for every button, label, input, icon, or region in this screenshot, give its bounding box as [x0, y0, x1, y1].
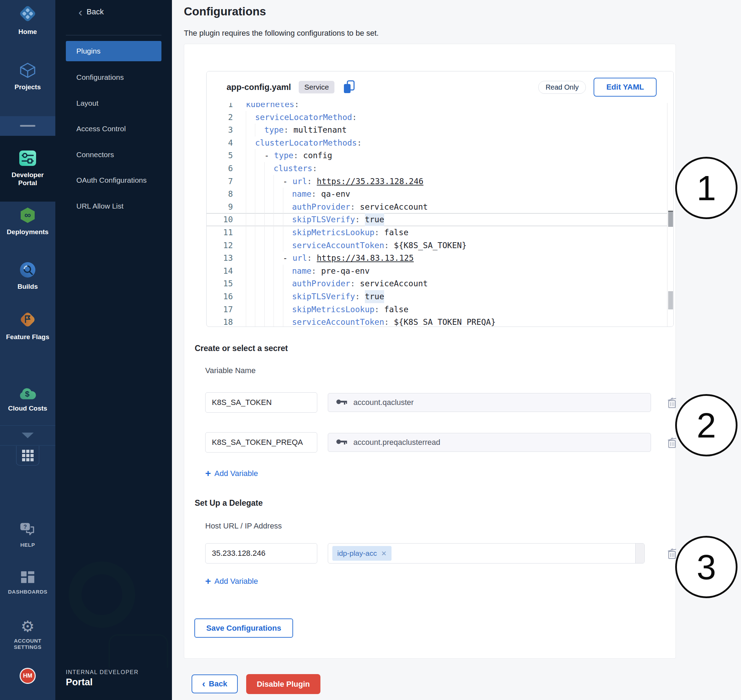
decorative-rect	[109, 634, 168, 668]
sidebar-item-label: Deployments	[6, 228, 50, 236]
line-number: 11	[206, 226, 233, 239]
add-variable-delegate-button[interactable]: + Add Variable	[205, 577, 258, 586]
sidebar-expand-row[interactable]	[0, 425, 55, 446]
sidebar-item-developer-portal[interactable]: Developer Portal	[0, 136, 55, 201]
flag-icon	[19, 311, 37, 330]
scrollbar-thumb-secondary[interactable]	[668, 291, 673, 309]
builds-icon	[20, 262, 36, 279]
sidebar-item-builds[interactable]: Builds	[0, 262, 55, 291]
line-number: 18	[206, 316, 233, 326]
chevron-down-icon	[22, 432, 34, 438]
tag-field-handle	[635, 544, 644, 563]
secret-row: account.qacluster	[205, 392, 676, 413]
sidebar-item-label: Builds	[6, 283, 50, 291]
line-number: 9	[206, 200, 233, 213]
code-line-8: 8name: qa-env	[206, 188, 667, 200]
code-line-13: 13- url: https://34.83.13.125	[206, 251, 667, 265]
nav-item-layout[interactable]: Layout	[77, 98, 99, 109]
nav-item-oauth-configurations[interactable]: OAuth Configurations	[77, 175, 147, 185]
secondary-nav: ‹ Back PluginsConfigurationsLayoutAccess…	[55, 0, 172, 700]
line-number: 7	[206, 175, 233, 188]
page-subtitle: The plugin requires the following config…	[184, 29, 379, 38]
plus-icon: +	[205, 469, 211, 478]
svg-text:?: ?	[24, 524, 27, 530]
sidebar-item-label: Projects	[6, 83, 50, 91]
yaml-card-header: app-config.yaml Service Read Only Edit Y…	[206, 71, 673, 103]
configurations-panel: app-config.yaml Service Read Only Edit Y…	[184, 44, 676, 659]
scrollbar-thumb[interactable]	[668, 211, 673, 227]
sidebar-item-projects[interactable]: Projects	[0, 62, 55, 91]
variable-name-input[interactable]	[205, 392, 317, 413]
add-variable-label: Add Variable	[214, 469, 258, 478]
annotation-circle-3: 3	[675, 536, 738, 598]
nav-item-connectors[interactable]: Connectors	[77, 150, 114, 160]
module-grid-button[interactable]	[16, 446, 39, 466]
yaml-code-viewer[interactable]: 1kubernetes:2serviceLocatorMethod:3type:…	[206, 103, 667, 326]
secrets-heading: Create or select a secret	[195, 344, 288, 353]
host-url-label: Host URL / IP Address	[205, 522, 282, 531]
save-configurations-button[interactable]: Save Configurations	[194, 618, 293, 638]
disable-plugin-button[interactable]: Disable Plugin	[246, 674, 320, 694]
nav-item-access-control[interactable]: Access Control	[77, 124, 126, 134]
secret-row: account.preqaclusterread	[205, 432, 676, 453]
remove-tag-icon[interactable]: ✕	[381, 550, 387, 557]
nav-item-plugins[interactable]: Plugins	[66, 41, 161, 61]
sidebar-item-label: Cloud Costs	[6, 404, 50, 413]
line-number: 1	[206, 103, 233, 111]
add-variable-secrets-button[interactable]: + Add Variable	[205, 469, 258, 478]
service-badge: Service	[299, 81, 334, 93]
sidebar-item-deployments[interactable]: ∞Deployments	[0, 207, 55, 236]
code-scrollbar	[667, 103, 673, 326]
sidebar-item-label: Feature Flags	[6, 333, 50, 341]
collapse-dash-icon[interactable]	[20, 125, 35, 127]
sliders-icon	[19, 150, 37, 168]
nav-footer-kicker: INTERNAL DEVELOPER	[66, 669, 138, 675]
sidebar-item-dashboards[interactable]: DASHBOARDS	[0, 571, 55, 595]
edit-yaml-button[interactable]: Edit YAML	[594, 78, 657, 97]
delete-variable-button[interactable]	[667, 397, 678, 410]
delete-variable-button[interactable]	[667, 437, 678, 450]
code-line-2: 2serviceLocatorMethod:	[206, 111, 667, 124]
code-line-12: 12serviceAccountToken: ${K8S_SA_TOKEN}	[206, 239, 667, 252]
annotation-circle-2: 2	[675, 394, 738, 456]
line-number: 12	[206, 239, 233, 252]
nav-divider	[66, 35, 161, 35]
sidebar-item-label: ACCOUNT SETTINGS	[6, 638, 50, 650]
line-number: 17	[206, 303, 233, 316]
host-url-input[interactable]	[205, 543, 317, 563]
avatar[interactable]: HM	[20, 668, 36, 684]
delegate-tags-field[interactable]: idp-play-acc ✕	[328, 543, 645, 563]
line-number: 14	[206, 265, 233, 278]
line-number: 4	[206, 137, 233, 150]
nav-footer: INTERNAL DEVELOPER Portal	[66, 669, 138, 688]
code-line-5: 5- type: config	[206, 149, 667, 162]
nav-footer-title: Portal	[66, 677, 138, 688]
copy-icon[interactable]	[342, 80, 356, 94]
code-line-17: 17skipMetricsLookup: false	[206, 303, 667, 316]
secret-reference-field[interactable]: account.qacluster	[328, 393, 651, 412]
back-button[interactable]: ‹ Back	[192, 675, 238, 693]
sidebar-item-help[interactable]: ?HELP	[0, 522, 55, 548]
sidebar-item-cloud-costs[interactable]: $Cloud Costs	[0, 387, 55, 413]
page-title: Configurations	[184, 5, 266, 18]
variable-name-input[interactable]	[205, 432, 317, 453]
code-line-6: 6clusters:	[206, 162, 667, 175]
code-line-16: 16skipTLSVerify: true	[206, 290, 667, 303]
code-line-4: 4clusterLocatorMethods:	[206, 137, 667, 150]
code-line-10: 10skipTLSVerify: true	[206, 213, 667, 226]
secret-reference-field[interactable]: account.preqaclusterread	[328, 433, 651, 452]
sidebar-divider	[0, 116, 55, 136]
line-number: 8	[206, 188, 233, 200]
delegate-tag-label: idp-play-acc	[337, 549, 377, 557]
chevron-left-icon: ‹	[202, 680, 205, 687]
nav-item-configurations[interactable]: Configurations	[77, 72, 124, 82]
sidebar-item-feature-flags[interactable]: Feature Flags	[0, 311, 55, 341]
nav-item-url-allow-list[interactable]: URL Allow List	[77, 201, 124, 212]
file-name: app-config.yaml	[227, 82, 291, 92]
nav-decoration	[56, 529, 172, 668]
sidebar-item-home[interactable]: Home	[0, 4, 55, 36]
sidebar-item-account-settings[interactable]: ⚙ACCOUNT SETTINGS	[0, 619, 55, 650]
secret-reference-label: account.qacluster	[354, 398, 414, 407]
code-line-14: 14name: pre-qa-env	[206, 265, 667, 278]
nav-back-button[interactable]: ‹ Back	[78, 7, 104, 17]
